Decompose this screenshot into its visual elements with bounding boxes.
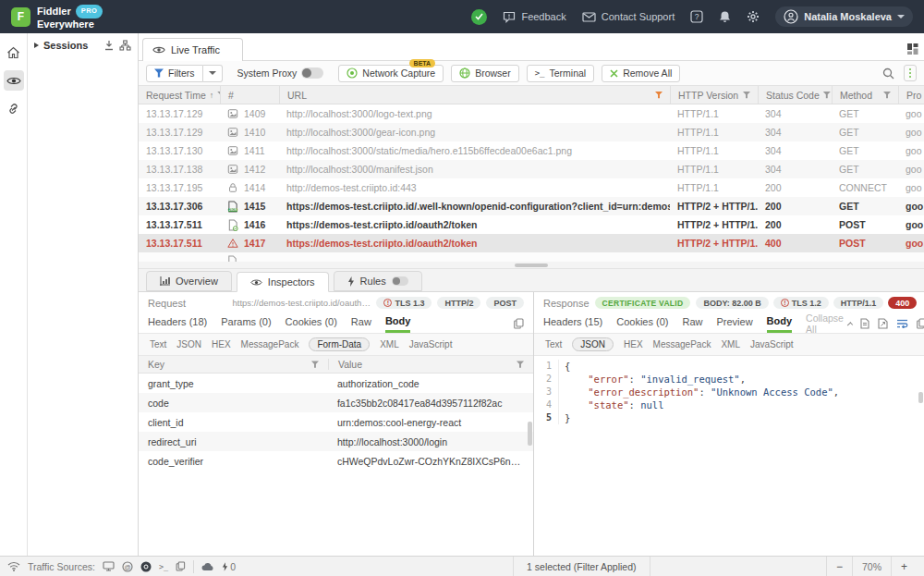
search-icon[interactable] xyxy=(882,67,894,80)
tab-response-preview[interactable]: Preview xyxy=(716,316,752,331)
rules-toggle-off[interactable] xyxy=(392,276,408,286)
contact-support-button[interactable]: Contact Support xyxy=(582,11,675,22)
format-form-data-selected[interactable]: Form-Data xyxy=(309,337,370,351)
zoom-out-button[interactable]: − xyxy=(826,557,852,576)
format-json-selected[interactable]: JSON xyxy=(572,337,614,351)
format-xml[interactable]: XML xyxy=(721,339,740,349)
tab-response-body[interactable]: Body xyxy=(767,315,793,333)
table-row[interactable]: 13.13.17.1951414http://demos-test.criipt… xyxy=(139,178,924,197)
table-row[interactable]: 13.13.17.306JSON1415https://demos-test.c… xyxy=(139,197,924,215)
http-version-cell: HTTP/2 + HTTP/1.1 xyxy=(670,234,758,252)
more-options-button[interactable] xyxy=(904,65,918,82)
home-button[interactable] xyxy=(4,43,24,63)
filter-funnel-icon[interactable] xyxy=(823,92,831,99)
terminal-button[interactable]: >_ Terminal xyxy=(527,65,595,82)
form-data-row[interactable]: code_verifiercHWeQPdvLoZwr-COzhYKnZ8IXCs… xyxy=(139,451,533,471)
scrollbar-thumb[interactable] xyxy=(515,263,548,267)
live-traffic-eye-button[interactable] xyxy=(4,70,24,91)
filter-funnel-icon[interactable] xyxy=(883,92,891,99)
feedback-button[interactable]: Feedback xyxy=(503,11,565,23)
grid-horizontal-scrollbar[interactable] xyxy=(139,262,924,269)
filters-button[interactable]: Filters xyxy=(146,65,203,82)
tab-response-cookies[interactable]: Cookies (0) xyxy=(616,316,668,331)
compose-link-button[interactable] xyxy=(4,98,24,118)
sessions-expand-icon[interactable] xyxy=(34,43,39,48)
response-scrollbar-thumb[interactable] xyxy=(918,392,923,403)
format-javascript[interactable]: JavaScript xyxy=(750,339,794,349)
filter-funnel-icon[interactable] xyxy=(517,361,524,368)
form-data-row[interactable]: redirect_urihttp://localhost:3000/login xyxy=(139,432,533,451)
tab-request-raw[interactable]: Raw xyxy=(351,316,371,331)
copy-icon[interactable] xyxy=(917,318,924,329)
remove-all-button[interactable]: Remove All xyxy=(602,65,680,82)
active-source-icon[interactable] xyxy=(140,561,152,572)
open-document-icon[interactable] xyxy=(878,318,888,329)
layout-grid-icon[interactable] xyxy=(907,43,918,55)
tab-overview[interactable]: Overview xyxy=(146,271,232,291)
format-messagepack[interactable]: MessagePack xyxy=(653,339,711,349)
browser-button[interactable]: Browser xyxy=(451,65,519,82)
request-number-cell: 1411 xyxy=(220,141,279,160)
column-header-number[interactable]: # xyxy=(220,86,279,104)
tab-rules[interactable]: Rules xyxy=(334,271,422,291)
table-row[interactable]: 13.13.17.1381412http://localhost:3000/ma… xyxy=(139,160,924,178)
user-menu[interactable]: Natalia Moskaleva xyxy=(775,6,913,27)
save-document-icon[interactable] xyxy=(860,318,869,329)
tab-inspectors[interactable]: Inspectors xyxy=(237,272,329,292)
tab-response-raw[interactable]: Raw xyxy=(682,316,702,331)
format-hex[interactable]: HEX xyxy=(212,339,231,349)
filter-funnel-icon[interactable] xyxy=(311,361,319,368)
terminal-source-icon[interactable]: >_ xyxy=(159,562,168,571)
tab-request-headers[interactable]: Headers (18) xyxy=(148,316,207,331)
system-proxy-toggle[interactable]: System Proxy xyxy=(230,66,332,81)
format-xml[interactable]: XML xyxy=(380,339,399,349)
cloud-icon[interactable] xyxy=(201,562,214,571)
collapse-all-button[interactable]: Collapse All xyxy=(806,313,852,335)
format-text[interactable]: Text xyxy=(545,339,562,349)
network-capture-label: Network Capture xyxy=(362,67,435,79)
zoom-in-button[interactable]: + xyxy=(891,557,917,576)
tab-response-headers[interactable]: Headers (15) xyxy=(543,316,602,331)
monitor-source-icon[interactable] xyxy=(103,561,115,571)
copy-source-icon[interactable] xyxy=(176,561,186,571)
table-row[interactable]: 13.13.17.1291410http://localhost:3000/ge… xyxy=(139,123,924,141)
column-header-process[interactable]: Pro xyxy=(898,86,924,104)
column-header-request-time[interactable]: Request Time↑ xyxy=(139,86,220,104)
tab-request-cookies[interactable]: Cookies (0) xyxy=(286,316,337,331)
format-hex[interactable]: HEX xyxy=(624,339,643,349)
filters-dropdown-button[interactable] xyxy=(203,65,223,82)
format-text[interactable]: Text xyxy=(150,339,166,349)
request-scrollbar-thumb[interactable] xyxy=(528,422,532,446)
import-sessions-icon[interactable] xyxy=(103,40,115,51)
column-header-http-version[interactable]: HTTP Version xyxy=(670,86,758,104)
help-button[interactable]: ? xyxy=(690,10,703,23)
format-messagepack[interactable]: MessagePack xyxy=(241,339,299,349)
table-row[interactable]: 13.13.17.5111417https://demos-test.criip… xyxy=(139,234,924,252)
zoom-level[interactable]: 70% xyxy=(852,557,891,576)
table-row[interactable]: 13.13.17.1291409http://localhost:3000/lo… xyxy=(139,104,924,123)
column-header-url[interactable]: URL xyxy=(279,86,670,104)
filter-applied-funnel-icon[interactable] xyxy=(655,92,663,99)
form-data-row[interactable]: client_idurn:demos:cool-energy-react xyxy=(139,412,533,432)
table-row[interactable]: 13.13.17.5111416https://demos-test.criip… xyxy=(139,215,924,234)
copy-icon[interactable] xyxy=(514,318,524,329)
table-row[interactable]: 13.13.17.1301411http://localhost:3000/st… xyxy=(139,141,924,160)
column-header-method[interactable]: Method xyxy=(832,86,898,104)
svg-text:@: @ xyxy=(124,563,130,570)
form-data-row[interactable]: codefa1c35bb2c08417ea84d3957112f82ac xyxy=(139,393,533,412)
filter-funnel-icon[interactable] xyxy=(743,92,750,99)
at-source-icon[interactable]: @ xyxy=(122,561,133,572)
network-capture-button[interactable]: BETA Network Capture xyxy=(338,65,444,82)
format-javascript[interactable]: JavaScript xyxy=(409,339,453,349)
form-data-row[interactable]: grant_typeauthorization_code xyxy=(139,374,533,393)
settings-gear-icon[interactable] xyxy=(747,10,760,23)
format-json[interactable]: JSON xyxy=(176,339,201,349)
tab-request-body[interactable]: Body xyxy=(385,315,411,333)
notifications-bell-icon[interactable] xyxy=(719,10,731,23)
tab-live-traffic[interactable]: Live Traffic xyxy=(142,38,243,61)
share-sessions-icon[interactable] xyxy=(119,40,131,51)
column-header-status-code[interactable]: Status Code xyxy=(758,86,832,104)
response-json-body[interactable]: 1{2 "error": "invalid_request",3 "error_… xyxy=(534,356,924,556)
word-wrap-icon[interactable] xyxy=(896,319,908,328)
tab-request-params[interactable]: Params (0) xyxy=(221,316,271,331)
